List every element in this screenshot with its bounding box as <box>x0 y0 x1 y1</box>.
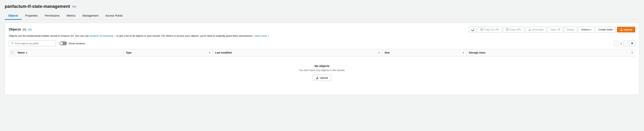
tab-access-points[interactable]: Access Points <box>102 12 126 20</box>
download-icon <box>528 28 531 31</box>
objects-table: Name ▲ Type ▾ Last modified ▾ Size <box>9 49 635 90</box>
section-info-link[interactable]: Info <box>28 28 32 31</box>
tab-metrics[interactable]: Metrics <box>63 12 79 20</box>
pagination-row: ‹ 1 › ⚙ <box>614 40 635 46</box>
empty-upload-button[interactable]: Upload <box>313 75 331 81</box>
svg-line-5 <box>13 44 14 44</box>
upload-empty-icon <box>316 76 318 79</box>
select-all-col <box>9 49 16 56</box>
s3-inventory-link[interactable]: Amazon S3 inventory ↗ <box>90 34 116 37</box>
section-header: Objects (0) Info Copy S3 URI <box>9 26 635 32</box>
tab-permissions[interactable]: Permissions <box>41 12 63 20</box>
actions-chevron-icon: ▾ <box>590 28 591 31</box>
name-col-header: Name ▲ <box>16 49 124 56</box>
external-link-small-icon: ↗ <box>114 35 116 37</box>
bucket-info-link[interactable]: Info <box>72 5 76 8</box>
external-link-icon <box>558 28 560 31</box>
type-filter-icon[interactable]: ▾ <box>209 51 210 54</box>
tab-objects[interactable]: Objects <box>5 12 22 20</box>
empty-state: No objects You don't have any objects in… <box>9 56 635 90</box>
search-box <box>9 40 56 46</box>
copy-url-button[interactable]: Copy URL <box>503 27 524 32</box>
show-versions-label: Show versions <box>68 42 85 45</box>
toggle-slider <box>60 42 67 45</box>
upload-button[interactable]: Upload <box>617 27 635 32</box>
storage-class-col-header: Storage class ▾ <box>466 49 635 56</box>
search-icon <box>11 42 14 45</box>
last-modified-filter-icon[interactable]: ▾ <box>378 51 380 54</box>
sort-asc-icon: ▲ <box>26 52 27 54</box>
copy-url-icon <box>506 28 509 31</box>
open-button[interactable]: Open <box>548 27 563 32</box>
type-col-header: Type ▾ <box>123 49 212 56</box>
storage-class-filter-icon[interactable]: ▾ <box>632 51 633 54</box>
size-col-header: Size ▾ <box>382 49 466 56</box>
copy-icon <box>480 28 483 31</box>
pagination-prev-button[interactable]: ‹ <box>614 41 618 46</box>
description-text: Objects are the fundamental entities sto… <box>9 34 635 38</box>
toolbar: Copy S3 URI Copy URL Download Ope <box>469 26 635 32</box>
learn-more-icon: ↗ <box>268 35 269 37</box>
section-title: Objects (0) <box>9 28 26 32</box>
table-body: No objects You don't have any objects in… <box>9 56 635 90</box>
section-title-row: Objects (0) Info <box>9 28 32 32</box>
copy-s3-uri-button[interactable]: Copy S3 URI <box>478 27 502 32</box>
chevron-left-icon: ‹ <box>616 42 616 45</box>
delete-button[interactable]: Delete <box>564 27 577 32</box>
tab-management[interactable]: Management <box>79 12 102 20</box>
select-all-checkbox[interactable] <box>11 51 13 54</box>
pagination-next-button[interactable]: › <box>624 41 628 46</box>
search-filter-row: Show versions ‹ 1 › ⚙ <box>9 40 635 46</box>
table-header-row: Name ▲ Type ▾ Last modified ▾ Size <box>9 49 635 56</box>
tab-properties[interactable]: Properties <box>22 12 41 20</box>
tab-bar: Objects Properties Permissions Metrics M… <box>5 12 639 20</box>
empty-state-cell: No objects You don't have any objects in… <box>9 56 635 90</box>
content-area: Objects (0) Info Copy S3 URI <box>5 23 639 95</box>
page-title: panfactum-tf-state-management <box>5 4 70 9</box>
empty-state-description: You don't have any objects in this bucke… <box>13 69 631 72</box>
size-filter-icon[interactable]: ▾ <box>463 51 464 54</box>
last-modified-col-header: Last modified ▾ <box>212 49 382 56</box>
empty-state-title: No objects <box>13 64 631 68</box>
refresh-icon <box>471 28 474 31</box>
upload-icon <box>620 28 623 31</box>
learn-more-link[interactable]: Learn more ↗ <box>254 34 269 37</box>
pagination-current: 1 <box>620 42 622 45</box>
gear-icon: ⚙ <box>631 42 634 45</box>
empty-state-row: No objects You don't have any objects in… <box>9 56 635 90</box>
chevron-right-icon: › <box>626 42 626 45</box>
show-versions-toggle[interactable] <box>60 42 67 45</box>
show-versions-toggle-row: Show versions <box>60 42 85 45</box>
actions-button[interactable]: Actions ▾ <box>578 27 594 32</box>
download-button[interactable]: Download <box>526 27 546 32</box>
create-folder-button[interactable]: Create folder <box>596 27 616 32</box>
refresh-button[interactable] <box>469 26 476 32</box>
pagination-settings-button[interactable]: ⚙ <box>629 40 635 46</box>
name-sort[interactable]: Name ▲ <box>18 51 27 54</box>
search-input[interactable] <box>15 42 54 45</box>
